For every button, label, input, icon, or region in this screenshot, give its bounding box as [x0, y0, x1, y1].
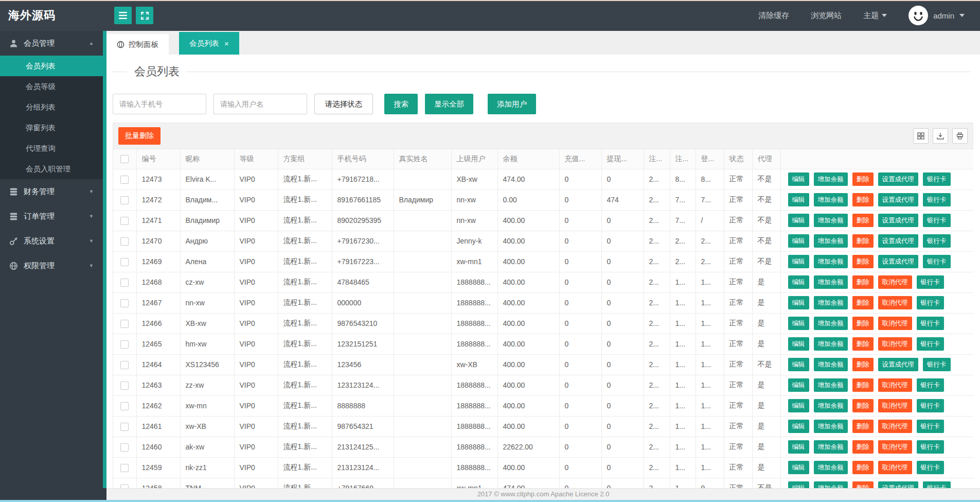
add-balance-button[interactable]: 增加余额 — [814, 399, 848, 412]
edit-button[interactable]: 编辑 — [788, 275, 809, 289]
export-button[interactable] — [933, 128, 948, 144]
set-agent-button[interactable]: 设置成代理 — [878, 172, 919, 186]
add-balance-button[interactable]: 增加余额 — [814, 481, 848, 488]
add-balance-button[interactable]: 增加余额 — [814, 337, 848, 351]
sidebar-item-popup-list[interactable]: 弹窗列表 — [0, 117, 103, 138]
sidebar-group-members[interactable]: 会员管理 ▲ — [0, 31, 103, 56]
edit-button[interactable]: 编辑 — [788, 420, 809, 433]
edit-button[interactable]: 编辑 — [788, 172, 809, 186]
bank-card-button[interactable]: 银行卡 — [923, 358, 951, 371]
bank-card-button[interactable]: 银行卡 — [917, 399, 945, 412]
bank-card-button[interactable]: 银行卡 — [923, 193, 951, 206]
delete-button[interactable]: 删除 — [852, 399, 874, 412]
cancel-agent-button[interactable]: 取消代理 — [878, 275, 912, 289]
edit-button[interactable]: 编辑 — [788, 399, 809, 412]
bank-card-button[interactable]: 银行卡 — [917, 337, 945, 351]
fullscreen-button[interactable] — [136, 7, 153, 24]
row-checkbox[interactable] — [120, 217, 129, 225]
bank-card-button[interactable]: 银行卡 — [923, 172, 951, 186]
delete-button[interactable]: 删除 — [852, 317, 874, 330]
sidebar-item-agent-query[interactable]: 代理查询 — [0, 138, 103, 159]
add-balance-button[interactable]: 增加余额 — [814, 275, 848, 289]
delete-button[interactable]: 删除 — [852, 234, 874, 248]
set-agent-button[interactable]: 设置成代理 — [878, 481, 919, 488]
row-checkbox[interactable] — [120, 361, 129, 369]
username-input[interactable] — [213, 94, 307, 114]
edit-button[interactable]: 编辑 — [788, 255, 809, 268]
set-agent-button[interactable]: 设置成代理 — [878, 214, 919, 227]
edit-button[interactable]: 编辑 — [788, 358, 809, 371]
batch-delete-button[interactable]: 批量删除 — [118, 127, 161, 145]
edit-button[interactable]: 编辑 — [788, 214, 809, 227]
columns-grid-button[interactable] — [913, 128, 929, 144]
delete-button[interactable]: 删除 — [852, 337, 874, 351]
sidebar-group-settings[interactable]: 系统设置 ▼ — [0, 229, 103, 253]
add-user-button[interactable]: 添加用户 — [488, 94, 536, 114]
row-checkbox[interactable] — [120, 484, 129, 488]
show-all-button[interactable]: 显示全部 — [425, 94, 473, 114]
theme-menu[interactable]: 主题 — [863, 11, 887, 21]
bank-card-button[interactable]: 银行卡 — [923, 255, 951, 268]
clear-cache-link[interactable]: 清除缓存 — [758, 11, 789, 21]
row-checkbox[interactable] — [120, 237, 129, 246]
row-checkbox[interactable] — [120, 464, 129, 472]
browse-site-link[interactable]: 浏览网站 — [811, 11, 842, 21]
add-balance-button[interactable]: 增加余额 — [814, 440, 848, 454]
add-balance-button[interactable]: 增加余额 — [814, 172, 848, 186]
sidebar-toggle-button[interactable] — [114, 7, 132, 24]
set-agent-button[interactable]: 设置成代理 — [878, 255, 919, 268]
edit-button[interactable]: 编辑 — [788, 337, 809, 351]
select-all-checkbox[interactable] — [120, 155, 129, 163]
edit-button[interactable]: 编辑 — [788, 234, 809, 248]
user-menu[interactable]: admin — [908, 6, 965, 25]
add-balance-button[interactable]: 增加余额 — [814, 214, 848, 227]
row-checkbox[interactable] — [120, 382, 129, 390]
bank-card-button[interactable]: 银行卡 — [923, 234, 951, 248]
row-checkbox[interactable] — [120, 340, 129, 349]
sidebar-group-permissions[interactable]: 权限管理 ▼ — [0, 253, 103, 278]
row-checkbox[interactable] — [120, 320, 129, 328]
sidebar-item-group-list[interactable]: 分组列表 — [0, 97, 103, 117]
add-balance-button[interactable]: 增加余额 — [814, 255, 848, 268]
edit-button[interactable]: 编辑 — [788, 296, 809, 309]
edit-button[interactable]: 编辑 — [788, 378, 809, 392]
delete-button[interactable]: 删除 — [852, 358, 874, 371]
delete-button[interactable]: 删除 — [852, 214, 874, 227]
tab-dashboard[interactable]: 控制面板 — [106, 34, 169, 55]
tab-member-list[interactable]: 会员列表 × — [179, 32, 239, 55]
add-balance-button[interactable]: 增加余额 — [814, 378, 848, 392]
add-balance-button[interactable]: 增加余额 — [814, 420, 848, 433]
row-checkbox[interactable] — [120, 176, 129, 184]
add-balance-button[interactable]: 增加余额 — [814, 317, 848, 330]
edit-button[interactable]: 编辑 — [788, 461, 809, 474]
set-agent-button[interactable]: 设置成代理 — [878, 234, 919, 248]
edit-button[interactable]: 编辑 — [788, 193, 809, 206]
sidebar-item-member-list[interactable]: 会员列表 — [0, 56, 103, 76]
delete-button[interactable]: 删除 — [852, 420, 874, 433]
status-select[interactable]: 请选择状态 — [314, 94, 373, 114]
row-checkbox[interactable] — [120, 402, 129, 410]
cancel-agent-button[interactable]: 取消代理 — [878, 399, 912, 412]
bank-card-button[interactable]: 银行卡 — [917, 378, 945, 392]
cancel-agent-button[interactable]: 取消代理 — [878, 461, 912, 474]
sidebar-item-member-entry[interactable]: 会员入职管理 — [0, 159, 103, 179]
close-icon[interactable]: × — [224, 40, 229, 47]
bank-card-button[interactable]: 银行卡 — [917, 296, 945, 309]
row-checkbox[interactable] — [120, 279, 129, 287]
row-checkbox[interactable] — [120, 196, 129, 204]
add-balance-button[interactable]: 增加余额 — [814, 358, 848, 371]
delete-button[interactable]: 删除 — [852, 481, 874, 488]
delete-button[interactable]: 删除 — [852, 275, 874, 289]
set-agent-button[interactable]: 设置成代理 — [878, 358, 919, 371]
cancel-agent-button[interactable]: 取消代理 — [878, 296, 912, 309]
bank-card-button[interactable]: 银行卡 — [917, 440, 945, 454]
cancel-agent-button[interactable]: 取消代理 — [878, 317, 912, 330]
add-balance-button[interactable]: 增加余额 — [814, 296, 848, 309]
edit-button[interactable]: 编辑 — [788, 440, 809, 454]
cancel-agent-button[interactable]: 取消代理 — [878, 378, 912, 392]
bank-card-button[interactable]: 银行卡 — [923, 214, 951, 227]
delete-button[interactable]: 删除 — [852, 296, 874, 309]
row-checkbox[interactable] — [120, 423, 129, 431]
sidebar-group-finance[interactable]: 财务管理 ▼ — [0, 179, 103, 204]
row-checkbox[interactable] — [120, 443, 129, 452]
